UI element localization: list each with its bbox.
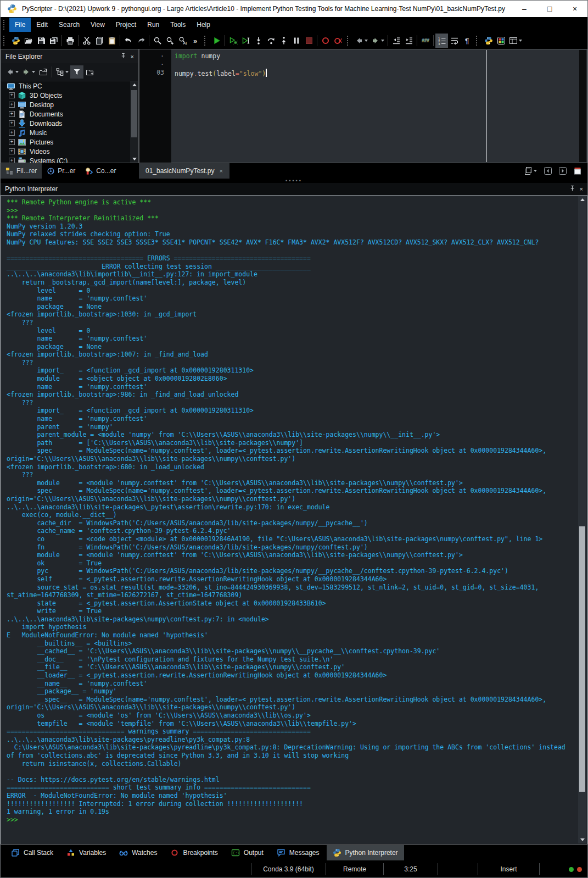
dock-tab-call-stack[interactable]: Call Stack — [5, 845, 59, 860]
goto-editor-folder-button[interactable] — [37, 65, 50, 79]
line-numbers-button[interactable]: 123 — [435, 34, 448, 48]
run-button[interactable] — [210, 34, 223, 48]
dock-tab-messages[interactable]: Messages — [271, 845, 326, 860]
word-wrap-button[interactable] — [448, 34, 461, 48]
panel-tab-coer[interactable]: Co...er — [80, 163, 121, 179]
indent-button[interactable] — [402, 34, 415, 48]
close-editor-button[interactable] — [572, 164, 583, 178]
expand-icon[interactable]: + — [9, 111, 15, 117]
debug-button[interactable] — [227, 34, 239, 48]
expand-icon[interactable]: + — [9, 92, 15, 98]
close-icon[interactable]: × — [131, 53, 134, 60]
save-button[interactable] — [35, 34, 47, 48]
toolbar-grip[interactable] — [347, 36, 350, 46]
scroll-down-icon[interactable] — [130, 155, 138, 163]
maximize-button[interactable]: □ — [537, 1, 562, 17]
previous-editor-button[interactable] — [542, 164, 553, 178]
layouts-button[interactable] — [507, 34, 524, 48]
save-all-button[interactable] — [47, 34, 60, 48]
toolbar-grip[interactable] — [3, 36, 7, 46]
new-python-module-button[interactable] — [9, 34, 22, 48]
tree-item-this-pc[interactable]: This PC — [1, 81, 138, 91]
tree-item-documents[interactable]: +Documents — [1, 109, 138, 119]
python-interpreter-console[interactable]: *** Remote Python engine is active ***>>… — [1, 195, 587, 844]
console-scrollbar[interactable] — [578, 196, 586, 843]
expand-icon[interactable]: + — [9, 120, 15, 126]
toolbar-overflow-button[interactable]: » — [189, 34, 201, 48]
ide-options-button[interactable] — [495, 34, 507, 48]
chevron-down-icon[interactable] — [519, 40, 522, 42]
console-scroll-thumb[interactable] — [579, 526, 585, 792]
menu-edit[interactable]: Edit — [31, 18, 53, 32]
tree-scrollbar[interactable] — [130, 81, 138, 163]
tree-item-3d-objects[interactable]: +3D Objects — [1, 91, 138, 100]
redo-button[interactable] — [135, 34, 147, 48]
expand-icon[interactable]: + — [9, 102, 15, 108]
copy-button[interactable] — [93, 34, 105, 48]
menu-grip[interactable] — [3, 20, 7, 30]
step-over-button[interactable] — [265, 34, 277, 48]
find-next-button[interactable] — [164, 34, 176, 48]
step-into-button[interactable] — [252, 34, 265, 48]
step-out-button[interactable] — [277, 34, 290, 48]
scroll-up-icon[interactable] — [578, 196, 586, 204]
show-paragraphs-button[interactable]: ¶ — [461, 34, 473, 48]
dock-tab-watches[interactable]: Watches — [113, 845, 163, 860]
menu-run[interactable]: Run — [142, 18, 165, 32]
cut-button[interactable] — [80, 34, 93, 48]
replace-button[interactable]: AB — [176, 34, 189, 48]
pause-button[interactable] — [290, 34, 303, 48]
find-button[interactable] — [151, 34, 164, 48]
editor-tab[interactable]: 01_basicNumPyTest.py × — [139, 163, 229, 179]
tree-item-downloads[interactable]: +Downloads — [1, 119, 138, 128]
open-file-button[interactable] — [22, 34, 35, 48]
tree-item-desktop[interactable]: +Desktop — [1, 100, 138, 109]
chevron-down-icon[interactable] — [534, 170, 537, 172]
menu-search[interactable]: Search — [53, 18, 85, 32]
editor-scrollbar[interactable] — [579, 50, 586, 162]
chevron-down-icon[interactable] — [365, 40, 368, 42]
expand-icon[interactable]: + — [9, 139, 15, 145]
tree-item-pictures[interactable]: +Pictures — [1, 137, 138, 147]
expand-icon[interactable]: + — [9, 148, 15, 154]
tree-view-button[interactable] — [54, 65, 70, 79]
chevron-down-icon[interactable] — [32, 71, 35, 73]
explorer-back-button[interactable] — [4, 65, 20, 79]
expand-icon[interactable]: + — [9, 130, 15, 136]
paste-button[interactable] — [105, 34, 118, 48]
navigate-back-button[interactable] — [353, 34, 369, 48]
panel-tab-prer[interactable]: Pr...er — [42, 163, 80, 179]
filter-button[interactable] — [70, 65, 83, 79]
chevron-down-icon[interactable] — [65, 71, 69, 73]
toolbar-grip[interactable] — [476, 36, 479, 46]
toolbar-grip[interactable] — [204, 36, 208, 46]
print-button[interactable] — [64, 34, 76, 48]
editor-code[interactable]: import numpy numpy.test(label="slow") — [171, 49, 587, 163]
menu-file[interactable]: File — [9, 18, 31, 32]
unindent-button[interactable] — [390, 34, 402, 48]
scroll-up-icon[interactable] — [130, 81, 138, 89]
dock-tab-output[interactable]: C:\Output — [225, 845, 270, 860]
python-versions-button[interactable] — [482, 34, 495, 48]
code-editor[interactable]: ··03 import numpy numpy.test(label="slow… — [139, 49, 587, 163]
panel-tab-filrer[interactable]: Fil...rer — [1, 163, 42, 179]
explorer-forward-button[interactable] — [20, 65, 37, 79]
clear-breakpoints-button[interactable] — [332, 34, 344, 48]
dock-tab-variables[interactable]: Variables — [60, 845, 112, 860]
horizontal-splitter[interactable]: ••••• — [1, 179, 587, 183]
pin-icon[interactable] — [569, 185, 575, 193]
menu-tools[interactable]: Tools — [165, 18, 191, 32]
tree-scroll-thumb[interactable] — [131, 90, 137, 137]
chevron-down-icon[interactable] — [381, 40, 384, 42]
menu-view[interactable]: View — [85, 18, 110, 32]
tab-close-icon[interactable]: × — [219, 168, 222, 174]
expand-icon[interactable]: + — [9, 158, 15, 163]
menu-project[interactable]: Project — [110, 18, 142, 32]
tree-item-music[interactable]: +Music — [1, 128, 138, 137]
tree-item-videos[interactable]: +Videos — [1, 147, 138, 156]
navigate-forward-button[interactable] — [369, 34, 386, 48]
minimize-button[interactable]: – — [512, 1, 537, 17]
close-button[interactable]: × — [562, 1, 587, 17]
pin-icon[interactable] — [120, 53, 126, 60]
next-editor-button[interactable] — [557, 164, 568, 178]
